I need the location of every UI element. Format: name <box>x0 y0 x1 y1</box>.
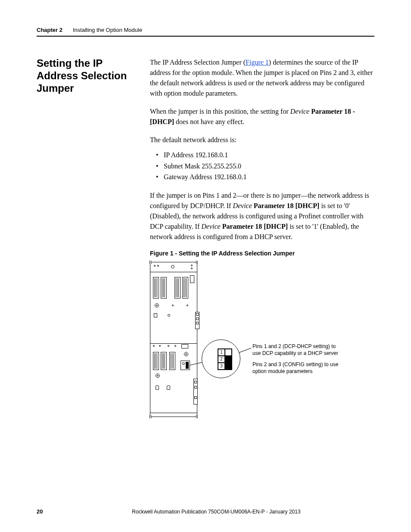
header-title: Installing the Option Module <box>73 27 142 33</box>
pin-slot-1 <box>225 349 232 356</box>
header-rule <box>37 36 374 37</box>
section-heading: Setting the IP Address Selection Jumper <box>37 57 138 94</box>
page-number: 20 <box>37 508 58 515</box>
para2-pre: When the jumper is in this position, the… <box>150 108 290 115</box>
page-footer: 20 Rockwell Automation Publication 750CO… <box>37 508 374 515</box>
paragraph-1: The IP Address Selection Jumper (Figure … <box>150 57 374 99</box>
pin-label-2: 2 <box>218 356 225 363</box>
pin-label-1: 1 <box>218 349 225 356</box>
pin-label-3: 3 <box>218 363 225 370</box>
pin-slot-3 <box>225 363 232 370</box>
page-header: Chapter 2 Installing the Option Module <box>37 27 374 33</box>
paragraph-2: When the jumper is in this position, the… <box>150 106 374 127</box>
para1-pre: The IP Address Selection Jumper ( <box>150 59 246 66</box>
jumper-pin-table: 1 2 3 <box>218 348 232 370</box>
header-chapter: Chapter 2 <box>37 27 62 33</box>
figure-1: 1 2 3 Pins 1 and 2 (DCP-DHCP setting) to… <box>150 262 374 426</box>
pin-slot-2 <box>225 356 232 363</box>
callout-text-1: Pins 1 and 2 (DCP-DHCP setting) to use D… <box>252 343 343 357</box>
default-address-list: IP Address 192.168.0.1 Subnet Mask 255.2… <box>150 149 374 183</box>
paragraph-3: The default network address is: <box>150 135 374 145</box>
paragraph-4: If the jumper is on Pins 1 and 2—or ther… <box>150 190 374 242</box>
figure-caption: Figure 1 - Setting the IP Address Select… <box>150 250 374 257</box>
callout-zoom-circle: 1 2 3 <box>202 339 240 378</box>
list-item: IP Address 192.168.0.1 <box>164 149 374 161</box>
para2-post: does not have any effect. <box>174 118 244 125</box>
figure-1-link[interactable]: Figure 1 <box>246 59 269 66</box>
publication-info: Rockwell Automation Publication 750COM-U… <box>58 509 374 515</box>
list-item: Gateway Address 192.168.0.1 <box>164 171 374 183</box>
para2-italic: Device <box>290 108 309 115</box>
list-item: Subnet Mask 255.255.255.0 <box>164 161 374 172</box>
callout-text-2: Pins 2 and 3 (CONFIG setting) to use opt… <box>252 361 343 375</box>
